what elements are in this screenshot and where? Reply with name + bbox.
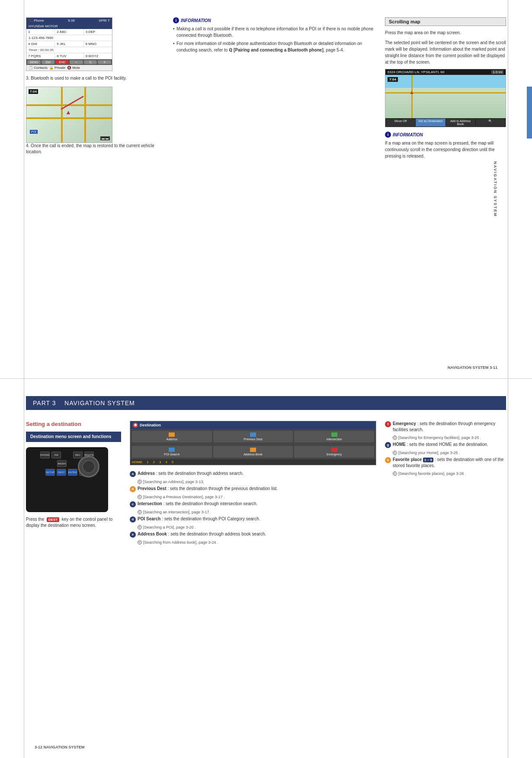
phone-cell-7: 7 PQRS bbox=[26, 53, 55, 59]
dest-btn-prev-dest[interactable]: Previous Dest bbox=[213, 431, 293, 442]
phone-cell-8: 8 TUV bbox=[55, 53, 83, 59]
ref-emergency-text: [Searching for Emergency facilities], pa… bbox=[398, 435, 481, 440]
caption-4: 4. Once the call is ended, the map is re… bbox=[26, 143, 164, 155]
dest-row2: POI Search Address Book Emergency bbox=[130, 444, 376, 459]
dest-btn-addr-book[interactable]: Address Book bbox=[213, 446, 293, 458]
phone-cell-5: 5 JKL bbox=[55, 41, 83, 47]
nav-road-h bbox=[385, 92, 506, 94]
phone-keypad-row3: 7 PQRS 8 TUV 9 WXYZ bbox=[26, 53, 112, 59]
map-nav-area: 7:04 ▲ bbox=[385, 75, 506, 118]
ref-address-text: [Searching an Address], page 3-13. bbox=[143, 480, 204, 484]
ref-home: ℚ [Searching your Home], page 3-25 . bbox=[385, 451, 506, 455]
phone-keypad-row1: 1 2 ABC 3 DEF bbox=[26, 29, 112, 35]
phone-number: 1-123-456-7890 bbox=[26, 35, 112, 41]
ref-icon-e: ℚ bbox=[138, 540, 142, 545]
mute-label: 🔇 Mute bbox=[67, 66, 80, 70]
destination-screen: ⬟ Destination Address Previous Dest Inte… bbox=[130, 421, 376, 465]
add-address-btn[interactable]: Add to Address Book bbox=[446, 119, 475, 126]
scrolling-info-icon: i bbox=[385, 132, 391, 138]
address-text: 6324 ORCHARD LN, YPSILANTI, MI bbox=[388, 70, 444, 74]
dest-btn-address[interactable]: Address bbox=[132, 431, 212, 442]
circle-h: h bbox=[385, 457, 391, 463]
nav-time-badge: 7:04 bbox=[388, 77, 398, 82]
dest-num-1: 1 bbox=[147, 460, 148, 464]
press-text: Press the bbox=[26, 517, 44, 522]
part-label: PART 3 bbox=[33, 400, 56, 406]
dest-key-badge: DEST bbox=[47, 517, 59, 522]
bottom-right-column: f Emergency : sets the destination throu… bbox=[385, 421, 506, 546]
item-intersection: c Intersection : sets the destination th… bbox=[130, 501, 376, 507]
info-title-text: INFORMATION bbox=[181, 18, 211, 23]
scrolling-map-text1: Press the map area on the map screen. bbox=[385, 29, 506, 36]
dest-btn-intersection[interactable]: Intersection bbox=[294, 431, 374, 442]
ctrl-btn-phone: PHONE bbox=[40, 452, 50, 458]
circle-f: f bbox=[385, 421, 391, 427]
ref-icon-f: ℚ bbox=[393, 435, 397, 440]
nav-system-vertical-label: NAVIGATION SYSTEM bbox=[494, 161, 498, 217]
road-v1 bbox=[61, 87, 63, 143]
map-address-bar: 6324 ORCHARD LN, YPSILANTI, MI 1.0 mi bbox=[385, 69, 506, 75]
phone-time: 9:39 bbox=[68, 19, 75, 23]
location-marker: ▲ bbox=[65, 109, 71, 116]
ref-favorite: ℚ [Searching favorite places], page 3-26… bbox=[385, 471, 506, 476]
poi-label: POI bbox=[30, 130, 38, 134]
road-v2 bbox=[84, 87, 86, 143]
dot-btn[interactable]: • bbox=[70, 60, 83, 64]
circle-a: a bbox=[130, 471, 136, 477]
ctrl-knob-inner bbox=[82, 460, 95, 473]
margin-line-left bbox=[24, 0, 24, 378]
bottom-margin-right bbox=[508, 379, 508, 758]
nav-arrow: ▲ bbox=[409, 89, 414, 95]
ref-poi-text: [Searching a POI], page 3-20 . bbox=[143, 525, 196, 529]
nav-icon-btn[interactable]: 🔍 bbox=[476, 119, 505, 126]
phone-action-buttons: SEND Del END • 0 # bbox=[26, 59, 112, 65]
dest-btn-emergency[interactable]: Emergency bbox=[294, 446, 374, 458]
info-bullet-2: For more information of mobile phone aut… bbox=[173, 40, 376, 53]
page-footer-top: NAVIGATION SYSTEM 3-11 bbox=[448, 365, 497, 370]
dest-row1: Address Previous Dest Intersection bbox=[130, 429, 376, 444]
scrolling-info-text: If a map area on the map screen is press… bbox=[385, 140, 506, 159]
ref-addr-book-text: [Searching from Address book], page 3-24… bbox=[143, 540, 218, 545]
ctrl-row-mid: MEDIA bbox=[30, 460, 104, 467]
item-addr-book-text: Address Book : sets the destination thro… bbox=[138, 531, 266, 537]
info-icon: i bbox=[173, 17, 179, 23]
phone-cell-1: 1 bbox=[26, 29, 55, 35]
scale-bar: ▬ ▬ bbox=[100, 136, 110, 140]
private-label: 🔒 Private bbox=[49, 66, 65, 70]
dest-title-bar: ⬟ Destination bbox=[130, 421, 376, 429]
ctrl-btn-rec: REC bbox=[73, 452, 83, 458]
dest-home: HOME bbox=[132, 460, 142, 464]
dest-btn-poi[interactable]: POI Search bbox=[132, 446, 212, 458]
item-emergency: f Emergency : sets the destination throu… bbox=[385, 421, 506, 433]
dest-num-2: 2 bbox=[153, 460, 154, 464]
nav-road-v bbox=[411, 75, 413, 118]
part-header: PART 3 NAVIGATION SYSTEM bbox=[26, 396, 506, 410]
ref-emergency: ℚ [Searching for Emergency facilities], … bbox=[385, 435, 506, 440]
circle-c: c bbox=[130, 501, 136, 507]
item-home: g HOME : sets the stored HOME as the des… bbox=[385, 442, 506, 448]
move-btn[interactable]: Move Off bbox=[386, 119, 415, 126]
ref-icon-g: ℚ bbox=[393, 451, 397, 455]
end-btn[interactable]: END bbox=[55, 60, 69, 64]
send-btn[interactable]: SEND bbox=[27, 60, 41, 64]
ref-icon-b: ℚ bbox=[138, 495, 142, 499]
prev-dest-icon bbox=[250, 432, 256, 437]
scrolling-info-body: If a map area on the map screen is press… bbox=[385, 140, 506, 159]
ref-intersection: ℚ [Searching an Intersection], page 3-17… bbox=[130, 510, 376, 514]
addr-book-icon bbox=[250, 448, 256, 452]
item-favorite: h Favorite place 1 ~ 5 : sets the destin… bbox=[385, 457, 506, 469]
ctrl-btn-setup: SETUP bbox=[45, 469, 55, 476]
phone-timer: Timer : 00:00:35 bbox=[26, 47, 112, 53]
contacts-label: 📋 Contacts bbox=[29, 66, 48, 70]
del-btn[interactable]: Del bbox=[42, 60, 55, 64]
address-btn-label: Address bbox=[166, 438, 177, 441]
prev-dest-btn-label: Previous Dest bbox=[244, 438, 263, 441]
bottom-left-column: Setting a destination Destination menu s… bbox=[26, 421, 121, 546]
press-caption: Press the DEST key on the control panel … bbox=[26, 516, 121, 529]
set-dest-btn[interactable]: Set as Destination bbox=[416, 119, 445, 126]
scrolling-info-box: i INFORMATION If a map area on the map s… bbox=[385, 132, 506, 159]
ctrl-btn-media: MEDIA bbox=[57, 460, 67, 467]
item-favorite-text: Favorite place 1 ~ 5 : sets the destinat… bbox=[393, 457, 506, 469]
zero-btn[interactable]: 0 bbox=[84, 60, 97, 64]
hash-btn[interactable]: # bbox=[98, 60, 111, 64]
